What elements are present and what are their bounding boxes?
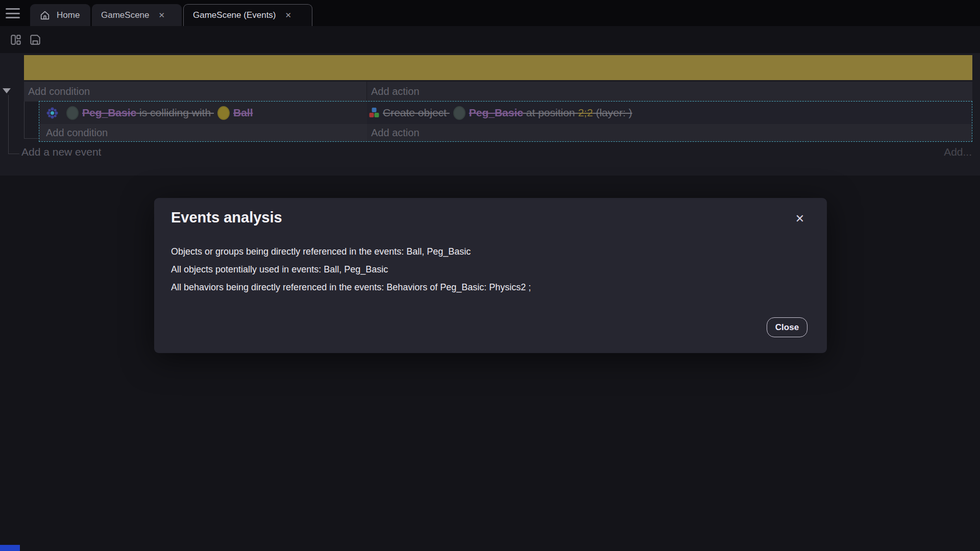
tab-label: GameScene	[101, 10, 150, 20]
collapse-event-icon[interactable]	[3, 88, 11, 93]
tab-label: GameScene (Events)	[193, 10, 276, 20]
gdevelop-app: Home GameScene ✕ GameScene (Events) ✕ Pr…	[0, 0, 980, 551]
tree-line	[8, 95, 9, 154]
condition-text: is colliding with	[136, 107, 214, 119]
add-action-link[interactable]: Add action	[367, 82, 972, 102]
add-condition-link[interactable]: Add condition	[24, 82, 366, 102]
condition-object-name: Peg_Basic	[82, 107, 136, 119]
dialog-body: Objects or groups being directly referen…	[171, 243, 531, 296]
selected-event-highlight[interactable]	[24, 55, 972, 80]
add-action-label: Add action	[371, 86, 420, 97]
events-sheet: Add condition Add action Peg_Basic is co…	[0, 53, 980, 176]
action-position-value: 2;2	[578, 107, 593, 119]
tab-bar: Home GameScene ✕ GameScene (Events) ✕	[0, 0, 980, 26]
analysis-line-objects-used: All objects potentially used in events: …	[171, 261, 531, 279]
close-icon[interactable]: ✕	[793, 212, 806, 226]
save-icon[interactable]	[27, 32, 44, 47]
condition-object-name: Ball	[233, 107, 253, 119]
events-toolbar: Preview Publish	[0, 26, 980, 53]
tree-line	[24, 138, 38, 139]
tab-gamescene[interactable]: GameScene ✕	[92, 4, 182, 26]
ball-object-icon	[217, 106, 230, 120]
selected-subevent[interactable]: Peg_Basic is colliding with Ball Create …	[39, 101, 972, 142]
action-object-name: Peg_Basic	[469, 107, 523, 119]
event-action[interactable]: Create object Peg_Basic at position 2;2 …	[367, 102, 972, 124]
event-row: Peg_Basic is colliding with Ball Create …	[39, 102, 972, 124]
close-icon[interactable]: ✕	[285, 11, 292, 20]
tree-line	[8, 154, 19, 154]
analysis-line-behaviors: All behaviors being directly referenced …	[171, 279, 531, 296]
analysis-line-objects-referenced: Objects or groups being directly referen…	[171, 243, 531, 261]
add-new-event-link[interactable]: Add a new event	[21, 146, 101, 158]
add-condition-link[interactable]: Add condition	[39, 124, 367, 141]
close-button[interactable]: Close	[767, 317, 807, 337]
add-condition-label: Add condition	[46, 127, 108, 139]
peg-basic-object-icon	[453, 106, 465, 120]
add-action-link[interactable]: Add action	[367, 124, 972, 141]
tree-line	[24, 100, 24, 139]
create-object-icon	[369, 107, 380, 119]
tab-home[interactable]: Home	[30, 4, 90, 26]
dialog-title: Events analysis	[171, 209, 282, 226]
event-add-links-row: Add condition Add action	[39, 124, 972, 141]
action-text: Create object	[383, 107, 450, 119]
panels-icon[interactable]	[7, 32, 24, 47]
tab-label: Home	[57, 10, 80, 20]
peg-basic-object-icon	[66, 106, 79, 120]
event-condition[interactable]: Peg_Basic is colliding with Ball	[39, 102, 367, 124]
events-analysis-dialog: Events analysis ✕ Objects or groups bein…	[154, 198, 827, 353]
action-text: at position	[523, 107, 578, 119]
home-icon	[39, 10, 51, 21]
add-action-label: Add action	[371, 127, 420, 139]
bottom-left-blue-strip	[0, 545, 20, 551]
add-more-link[interactable]: Add...	[944, 146, 972, 158]
action-text: (layer: )	[593, 107, 632, 119]
tab-gamescene-events[interactable]: GameScene (Events) ✕	[183, 4, 312, 26]
add-condition-label: Add condition	[28, 86, 90, 97]
hamburger-menu-icon[interactable]	[5, 7, 20, 19]
close-icon[interactable]: ✕	[159, 11, 165, 20]
collision-icon	[46, 107, 59, 119]
